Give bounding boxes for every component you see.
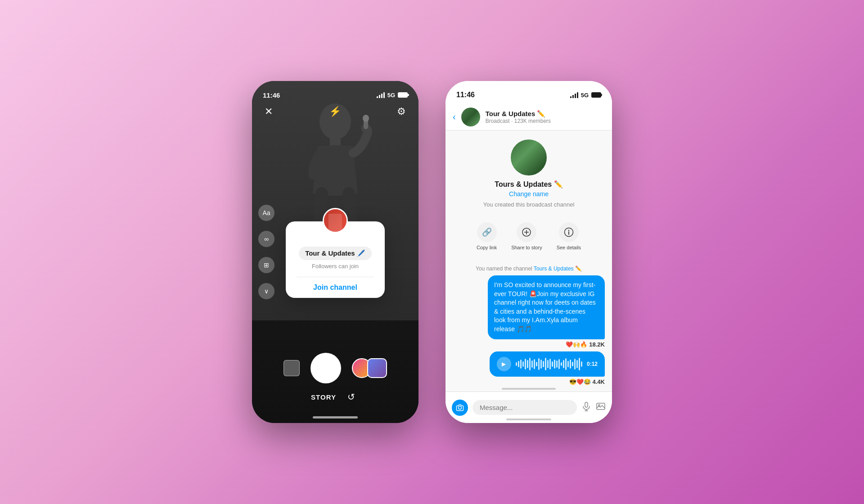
popup-avatar-wrap — [323, 208, 348, 233]
right-header: ‹ Tour & Updates ✏️ Broadcast · 123K mem… — [446, 104, 612, 130]
copy-link-button[interactable]: 🔗 Copy link — [477, 222, 497, 250]
audio-message-wrap: ▶ — [453, 351, 605, 385]
see-details-button[interactable]: See details — [557, 222, 581, 250]
header-avatar-inner — [461, 108, 480, 126]
audio-bubble: ▶ — [490, 351, 605, 377]
see-details-label: See details — [557, 245, 581, 250]
audio-reaction-count: 4.4K — [593, 378, 605, 385]
audio-reaction-emojis: 😎❤️😂 — [569, 378, 591, 385]
popup-channel-name: Tour & Updates 🖊️ — [299, 247, 372, 260]
left-status-bar: 11:46 5G — [252, 81, 418, 104]
side-tools: Aa ∞ ⊞ ∨ — [258, 205, 274, 299]
waveform — [516, 358, 582, 370]
play-button[interactable]: ▶ — [497, 357, 511, 371]
right-network: 5G — [581, 92, 589, 99]
share-story-label: Share to story — [511, 245, 542, 250]
story-row: STORY ↺ — [311, 389, 360, 405]
popup-followers: Followers can join — [297, 263, 374, 270]
system-message: You named the channel Tours & Updates ✏️ — [453, 266, 605, 272]
chevron-tool[interactable]: ∨ — [258, 283, 274, 299]
close-icon[interactable]: ✕ — [265, 106, 273, 117]
copy-link-icon: 🔗 — [477, 222, 497, 242]
channel-big-avatar-inner — [511, 140, 547, 176]
header-meta: Broadcast · 123K members — [486, 118, 605, 124]
channel-profile-name: Tours & Updates ✏️ — [495, 180, 562, 189]
story-thumb-2 — [367, 358, 387, 378]
change-name-button[interactable]: Change name — [509, 190, 549, 198]
grid-tool[interactable]: ⊞ — [258, 257, 274, 273]
right-status-bar: 11:46 5G — [446, 81, 612, 104]
gallery-thumb[interactable] — [284, 360, 300, 376]
share-story-icon — [517, 222, 536, 242]
channel-mention: Tours & Updates ✏️ — [534, 266, 582, 272]
audio-duration: 0:12 — [587, 361, 598, 367]
home-indicator-right — [506, 418, 551, 420]
channel-popup: Tour & Updates 🖊️ Followers can join Joi… — [286, 221, 385, 298]
left-time: 11:46 — [263, 91, 280, 99]
popup-avatar — [323, 208, 348, 233]
action-buttons-row: 🔗 Copy link Share to story — [477, 222, 581, 250]
right-signal-bars — [570, 92, 578, 98]
right-time: 11:46 — [456, 91, 475, 99]
chat-area: Tours & Updates ✏️ Change name You creat… — [446, 130, 612, 392]
right-phone: 11:46 5G ‹ Tour & Updates ✏️ Broadcast ·… — [446, 81, 612, 423]
audio-message-reactions: 😎❤️😂 4.4K — [569, 378, 605, 385]
image-button[interactable] — [596, 401, 606, 414]
microphone-button[interactable] — [581, 401, 591, 414]
right-battery-icon — [591, 92, 601, 98]
text-message-reactions: ❤️🙌🔥 18.2K — [566, 341, 605, 348]
camera-button[interactable] — [452, 400, 468, 416]
infinity-tool[interactable]: ∞ — [258, 231, 274, 247]
left-network: 5G — [387, 92, 395, 99]
scroll-indicator — [502, 388, 556, 390]
channel-big-avatar — [511, 140, 547, 176]
svg-point-10 — [459, 406, 462, 409]
reaction-emojis: ❤️🙌🔥 — [566, 341, 587, 348]
system-msg-text: You named the channel Tours & Updates ✏️ — [476, 266, 582, 272]
settings-icon[interactable]: ⚙ — [397, 106, 406, 117]
header-info: Tour & Updates ✏️ Broadcast · 123K membe… — [486, 110, 605, 124]
signal-bars-icon — [377, 92, 385, 98]
home-indicator-left — [313, 416, 358, 418]
channel-profile: Tours & Updates ✏️ Change name You creat… — [453, 135, 605, 222]
lightning-icon[interactable]: ⚡ — [329, 106, 341, 117]
rotate-icon[interactable]: ↺ — [343, 389, 360, 405]
reaction-count: 18.2K — [589, 341, 605, 348]
shutter-button[interactable] — [310, 353, 341, 383]
svg-point-9 — [568, 230, 569, 231]
join-channel-button[interactable]: Join channel — [297, 277, 374, 298]
message-input[interactable] — [472, 400, 577, 415]
bottom-bar: STORY ↺ — [252, 353, 418, 405]
text-message-content: I'm SO excited to announce my first-ever… — [494, 281, 596, 333]
channel-profile-subtitle: You created this broadcast channel — [483, 201, 575, 208]
share-to-story-button[interactable]: Share to story — [511, 222, 542, 250]
top-controls: ✕ ⚡ ⚙ — [252, 106, 418, 117]
album-cover — [324, 209, 346, 232]
back-button[interactable]: ‹ — [453, 112, 456, 122]
svg-rect-1 — [330, 137, 341, 146]
left-phone: 11:46 5G — [252, 81, 418, 423]
header-channel-name: Tour & Updates ✏️ — [486, 110, 605, 118]
text-bubble: I'm SO excited to announce my first-ever… — [488, 275, 605, 339]
svg-rect-11 — [585, 402, 588, 407]
text-message-wrap: I'm SO excited to announce my first-ever… — [453, 275, 605, 348]
right-status-right: 5G — [570, 92, 601, 99]
battery-icon — [398, 92, 408, 98]
shutter-row — [284, 353, 387, 383]
header-avatar — [461, 108, 480, 126]
left-status-right: 5G — [377, 92, 408, 99]
copy-link-label: Copy link — [477, 245, 497, 250]
story-label: STORY — [311, 393, 336, 401]
font-tool[interactable]: Aa — [258, 205, 274, 221]
see-details-icon — [559, 222, 579, 242]
